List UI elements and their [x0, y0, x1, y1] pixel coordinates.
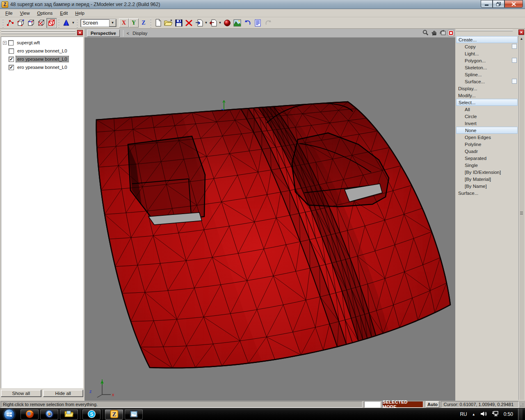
panel-item-all[interactable]: All — [456, 106, 518, 113]
panel-grip[interactable] — [1, 33, 75, 34]
panel-item-create[interactable]: Create... — [456, 36, 518, 43]
panel-item-label[interactable]: Open Edges — [463, 135, 492, 140]
maximize-viewport-button[interactable] — [448, 30, 454, 36]
panel-item-skeleton[interactable]: Skeleton... — [456, 64, 518, 71]
panel-item-label[interactable]: Surface... — [463, 79, 486, 84]
chevron-down-icon[interactable]: ▼ — [109, 19, 116, 27]
visibility-checkbox[interactable] — [8, 40, 14, 46]
panel-item-surface[interactable]: Surface... — [456, 78, 518, 85]
network-icon[interactable] — [492, 411, 499, 418]
tree-item[interactable]: его урезаем bonnet_L0 — [1, 47, 83, 55]
tree-item-label[interactable]: его урезаем bonnet_L0 — [16, 48, 68, 54]
panel-item-label[interactable]: Invert — [463, 121, 478, 126]
hidden-icons-arrow-icon[interactable]: ▲ — [472, 413, 475, 416]
open-file-icon[interactable] — [163, 18, 173, 28]
axis-z-button[interactable]: Z — [139, 18, 148, 27]
panel-item-label[interactable]: Polygon... — [463, 58, 487, 63]
tree-item-label[interactable]: supergt.wft — [16, 40, 41, 46]
panel-item-label[interactable]: Quadr — [463, 149, 479, 154]
panel-item-label[interactable]: [By Name] — [463, 184, 488, 189]
pan-icon[interactable] — [431, 30, 437, 37]
new-file-icon[interactable] — [153, 18, 163, 28]
panel-item-circle[interactable]: Circle — [456, 113, 518, 120]
panel-item-select[interactable]: Select... — [456, 99, 518, 106]
panel-item-polygon[interactable]: Polygon... — [456, 57, 518, 64]
texture-icon[interactable] — [232, 18, 242, 28]
cube-vertices-icon[interactable] — [16, 18, 26, 28]
panel-item-checkbox[interactable] — [512, 44, 517, 49]
show-all-button[interactable]: Show all — [1, 390, 41, 397]
volume-icon[interactable] — [480, 411, 487, 418]
minimize-button[interactable] — [481, 0, 493, 8]
panel-item-display[interactable]: Display... — [456, 85, 518, 92]
axis-y-button[interactable]: Y — [129, 18, 139, 27]
tree-item[interactable]: +supergt.wft — [1, 39, 83, 47]
panel-item-by-name[interactable]: [By Name] — [456, 183, 518, 189]
panel-item-label[interactable]: Skeleton... — [463, 65, 488, 70]
taskbar-image-viewer-button[interactable] — [125, 409, 143, 420]
panel-item-polyline[interactable]: Polyline — [456, 141, 518, 148]
close-button[interactable] — [504, 0, 523, 8]
taskbar-skype-button[interactable]: S — [82, 409, 100, 420]
menu-options[interactable]: Options — [33, 10, 56, 16]
cone-icon[interactable] — [61, 18, 71, 28]
viewport-canvas[interactable]: xz — [84, 38, 455, 401]
zoom-icon[interactable] — [422, 30, 429, 37]
clock[interactable]: 0:50 — [504, 411, 513, 417]
scroll-up-icon[interactable]: ▲ — [519, 37, 524, 41]
tree-expander-icon[interactable]: + — [3, 41, 7, 45]
panel-item-quadr[interactable]: Quadr — [456, 148, 518, 155]
chevron-down-icon[interactable]: ▼ — [218, 18, 222, 28]
panel-item-label[interactable]: Polyline — [463, 142, 482, 147]
panel-item-none[interactable]: None — [456, 127, 518, 134]
tree-item[interactable]: ✓его урезаем bonnet_L0 — [1, 63, 83, 71]
start-button[interactable] — [4, 409, 15, 420]
panel-scrollbar[interactable]: ▲ — [518, 36, 524, 400]
taskbar-explorer-button[interactable] — [60, 409, 78, 420]
panel-item-label[interactable]: [By ID/Extension] — [463, 170, 502, 175]
panel-grip[interactable] — [1, 30, 75, 32]
resize-grip[interactable] — [519, 402, 524, 407]
vertex-mode-icon[interactable] — [5, 18, 16, 28]
panel-item-label[interactable]: Select... — [457, 100, 477, 105]
close-panel-icon[interactable]: ✕ — [77, 30, 83, 35]
panel-item-surface[interactable]: Surface... — [456, 189, 518, 196]
tree-item-label[interactable]: его урезаем bonnet_L0 — [16, 56, 68, 62]
panel-item-light[interactable]: Light... — [456, 50, 518, 57]
panel-item-label[interactable]: Copy — [463, 44, 477, 49]
toolbar-grip[interactable] — [76, 18, 79, 27]
menu-file[interactable]: File — [2, 10, 16, 16]
panel-item-checkbox[interactable] — [512, 58, 517, 63]
panel-item-spline[interactable]: Spline... — [456, 71, 518, 78]
export-icon[interactable] — [208, 18, 218, 28]
panel-item-modify[interactable]: Modify... — [456, 92, 518, 99]
tree-item-label[interactable]: его урезаем bonnet_L0 — [16, 64, 68, 70]
breadcrumb[interactable]: Display — [132, 31, 147, 36]
panel-item-single[interactable]: Single — [456, 162, 518, 169]
menu-view[interactable]: View — [16, 10, 34, 16]
panel-item-label[interactable]: [By Material] — [463, 177, 492, 182]
taskbar-firefox-button[interactable] — [21, 409, 39, 420]
panel-item-by-id-extension[interactable]: [By ID/Extension] — [456, 169, 518, 176]
panel-item-label[interactable]: All — [463, 107, 471, 112]
restore-button[interactable] — [493, 0, 504, 8]
menu-help[interactable]: Help — [71, 10, 88, 16]
material-sphere-icon[interactable] — [222, 18, 232, 28]
panel-item-label[interactable]: Single — [463, 163, 479, 168]
visibility-checkbox[interactable]: ✓ — [9, 57, 14, 62]
bonnet-mesh[interactable]: xz — [84, 38, 455, 401]
toolbar-grip[interactable] — [57, 18, 60, 27]
close-panel-icon[interactable]: ✕ — [518, 30, 524, 35]
chevron-down-icon[interactable]: ▼ — [71, 18, 75, 28]
undo-icon[interactable] — [242, 18, 253, 28]
toolbar-grip[interactable] — [149, 18, 152, 27]
panel-item-checkbox[interactable] — [512, 79, 517, 84]
screen-select[interactable]: Screen▼ — [80, 19, 116, 27]
panel-item-label[interactable]: Create... — [457, 37, 478, 42]
cube-edges-icon[interactable] — [26, 18, 36, 28]
axis-x-button[interactable]: X — [119, 18, 129, 27]
show-desktop-button[interactable] — [518, 409, 523, 420]
panel-item-label[interactable]: Spline... — [463, 72, 483, 77]
visibility-checkbox[interactable] — [9, 48, 14, 54]
tree-item[interactable]: ✓его урезаем bonnet_L0 — [1, 55, 83, 63]
